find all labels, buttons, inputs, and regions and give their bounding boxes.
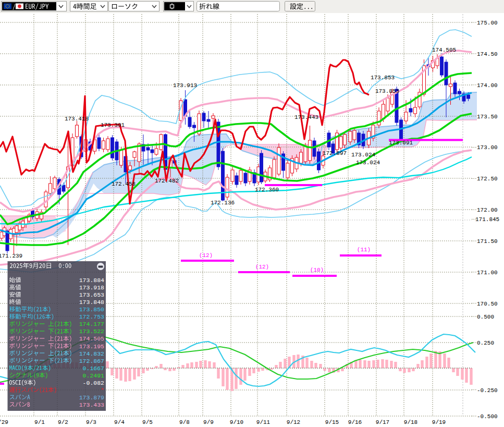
svg-text:173.50: 173.50 [477,114,498,120]
svg-text:171.50: 171.50 [477,238,498,245]
svg-text:174.00: 174.00 [477,82,498,89]
svg-text:173.918: 173.918 [79,284,104,291]
svg-text:173.433: 173.433 [79,401,104,408]
svg-text:171.845: 171.845 [475,216,499,223]
svg-text:0.1667: 0.1667 [83,365,104,372]
svg-text:9/9: 9/9 [203,419,214,425]
svg-text:174.505: 174.505 [432,47,456,53]
svg-text:175.00: 175.00 [477,20,498,26]
svg-text:173.522: 173.522 [79,328,104,335]
svg-text:*: * [101,387,104,394]
svg-text:0.500: 0.500 [477,314,494,320]
svg-text:9/17: 9/17 [376,419,389,425]
svg-text:9/8: 9/8 [179,419,190,425]
svg-text:9/11: 9/11 [256,419,271,425]
svg-text:173.884: 173.884 [79,277,104,284]
svg-text:(10): (10) [310,267,324,273]
svg-text:172.00: 172.00 [477,207,498,213]
svg-text:171.00: 171.00 [477,270,498,276]
svg-text:173.418: 173.418 [65,116,89,122]
svg-text:172.753: 172.753 [79,313,104,320]
svg-text:172.360: 172.360 [255,187,279,193]
svg-text:173.848: 173.848 [79,299,104,306]
svg-text:9/10: 9/10 [230,419,243,425]
svg-text:9/4: 9/4 [114,419,125,425]
svg-text:174.832: 174.832 [79,350,104,357]
svg-text:172.867: 172.867 [79,358,104,364]
svg-text:173.00: 173.00 [477,144,498,151]
svg-text:9/2: 9/2 [58,419,68,425]
svg-text:-0.250: -0.250 [477,387,498,394]
svg-text:173.443: 173.443 [294,114,318,120]
svg-text:173.913: 173.913 [173,82,197,89]
svg-text:173.195: 173.195 [79,343,104,350]
svg-text:173.091: 173.091 [389,140,413,146]
svg-text:172.458: 172.458 [112,181,136,187]
svg-text:-0.082: -0.082 [83,380,105,386]
svg-text:170.50: 170.50 [477,301,498,307]
svg-text:9/16: 9/16 [348,419,362,425]
svg-text:9/18: 9/18 [404,419,417,425]
svg-text:9/19: 9/19 [432,419,446,425]
svg-text:9/12: 9/12 [287,419,300,425]
svg-text:172.897: 172.897 [323,150,347,156]
svg-text:174.505: 174.505 [79,335,104,342]
svg-text:172.50: 172.50 [477,176,498,182]
svg-text:173.024: 173.024 [351,152,376,158]
svg-text:172.136: 172.136 [211,200,235,206]
svg-text:9/5: 9/5 [142,419,153,425]
svg-text:(12): (12) [199,252,213,259]
svg-text:172.482: 172.482 [155,178,179,184]
svg-text:171.239: 171.239 [0,253,22,259]
svg-text:173.879: 173.879 [79,394,104,401]
svg-text:174.177: 174.177 [79,321,104,327]
svg-text:173.024: 173.024 [356,160,380,166]
svg-text:(11): (11) [357,247,371,253]
svg-text:173.850: 173.850 [79,306,104,313]
svg-text:173.653: 173.653 [79,291,104,298]
svg-text:9/15: 9/15 [325,419,339,425]
svg-text:0.2491: 0.2491 [83,372,105,379]
svg-text:-0.500: -0.500 [477,413,498,420]
svg-text:9/3: 9/3 [86,419,96,425]
svg-text:173.853: 173.853 [371,75,395,81]
svg-text:173.301: 173.301 [101,122,125,128]
svg-text:174.50: 174.50 [477,51,498,57]
svg-text:9/1: 9/1 [34,419,45,425]
svg-text:/29: /29 [0,419,8,425]
svg-text:0.250: 0.250 [477,340,494,346]
svg-text:173.853: 173.853 [375,88,399,94]
svg-text:(12): (12) [255,264,269,270]
